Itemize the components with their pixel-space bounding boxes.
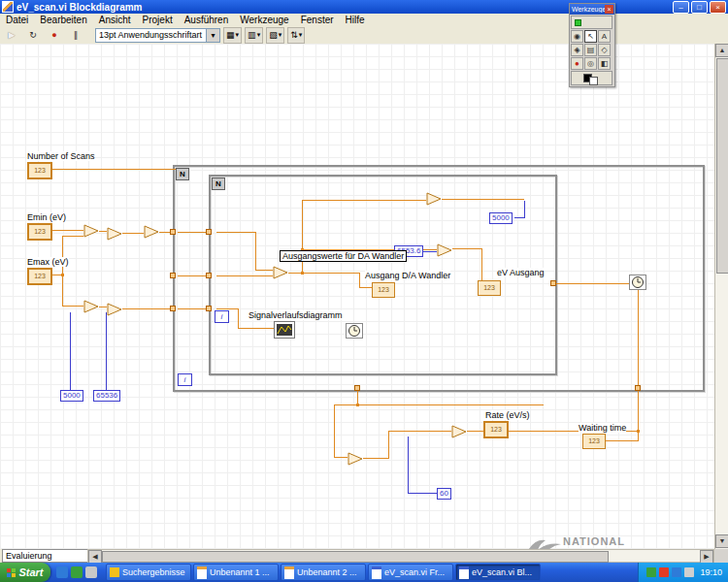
object-menu-tool-icon[interactable]: ▤ bbox=[584, 44, 597, 56]
horizontal-scroll-thumb[interactable] bbox=[102, 551, 609, 563]
numeric-constant[interactable]: 5000 bbox=[60, 390, 83, 402]
wire[interactable] bbox=[70, 312, 71, 390]
inner-loop-count-terminal[interactable]: N bbox=[212, 178, 225, 190]
taskbar-item-unbenannt-1[interactable]: Unbenannt 1 ... bbox=[193, 564, 279, 581]
outer-loop-count-terminal[interactable]: N bbox=[176, 168, 189, 180]
wire[interactable] bbox=[302, 200, 303, 274]
reorder-button[interactable]: ⇅▾ bbox=[287, 27, 305, 44]
wire[interactable] bbox=[99, 307, 107, 307]
wire[interactable] bbox=[363, 458, 388, 459]
waveform-chart-terminal[interactable] bbox=[274, 321, 295, 342]
divide-function[interactable] bbox=[107, 227, 122, 241]
color-copy-tool-icon[interactable]: ◧ bbox=[598, 57, 611, 70]
subtract-function[interactable] bbox=[83, 224, 99, 238]
wire[interactable] bbox=[255, 232, 256, 270]
divide-function[interactable] bbox=[437, 243, 452, 257]
tray-icon[interactable] bbox=[659, 567, 669, 577]
label-waiting-time[interactable]: Waiting time bbox=[579, 423, 626, 433]
wire[interactable] bbox=[467, 431, 483, 432]
vertical-scroll-thumb[interactable] bbox=[716, 58, 728, 274]
scroll-down-icon[interactable]: ▼ bbox=[715, 534, 728, 548]
label-emin[interactable]: Emin (eV) bbox=[27, 212, 66, 222]
label-ev-ausgang[interactable]: eV Ausgang bbox=[497, 268, 545, 277]
wire[interactable] bbox=[255, 270, 273, 271]
increment-function[interactable] bbox=[426, 192, 442, 206]
close-icon[interactable]: × bbox=[605, 5, 613, 14]
wait-ms-clock-icon[interactable] bbox=[346, 323, 363, 342]
wire[interactable] bbox=[555, 283, 637, 284]
wire[interactable] bbox=[302, 200, 426, 201]
horizontal-scrollbar[interactable]: ◀ ▶ bbox=[87, 549, 714, 563]
menu-ansicht[interactable]: Ansicht bbox=[93, 15, 137, 25]
breakpoint-tool-icon[interactable]: ● bbox=[571, 57, 583, 70]
wire[interactable] bbox=[302, 273, 359, 274]
menu-projekt[interactable]: Projekt bbox=[137, 15, 179, 25]
scroll-tool-icon[interactable]: ◇ bbox=[598, 44, 611, 56]
wire[interactable] bbox=[334, 404, 544, 405]
wire[interactable] bbox=[106, 312, 107, 390]
wire[interactable] bbox=[99, 231, 107, 232]
loop-tunnel[interactable] bbox=[354, 385, 360, 391]
numeric-control-rate[interactable]: 123 bbox=[483, 421, 509, 438]
loop-tunnel[interactable] bbox=[206, 273, 212, 278]
outer-loop-iteration-terminal[interactable]: i bbox=[178, 373, 192, 386]
resize-objects-button[interactable]: ▧▾ bbox=[266, 27, 284, 44]
tray-icon[interactable] bbox=[646, 567, 656, 577]
menu-bearbeiten[interactable]: Bearbeiten bbox=[34, 15, 92, 25]
wire[interactable] bbox=[408, 493, 437, 494]
loop-tunnel[interactable] bbox=[170, 306, 176, 311]
tools-palette-titlebar[interactable]: Werkzeuge × bbox=[570, 4, 614, 15]
loop-tunnel[interactable] bbox=[206, 306, 212, 311]
wire[interactable] bbox=[408, 436, 409, 494]
wire[interactable] bbox=[50, 230, 83, 231]
label-ausgang-da[interactable]: Ausgang D/A Wandler bbox=[365, 271, 450, 280]
divide-function[interactable] bbox=[347, 452, 363, 466]
menu-werkzeuge[interactable]: Werkzeuge bbox=[234, 15, 294, 25]
pause-button[interactable]: ∥ bbox=[66, 27, 85, 44]
tray-icon[interactable] bbox=[672, 567, 681, 577]
start-button[interactable]: Start bbox=[0, 563, 50, 582]
quick-launch-app-icon[interactable] bbox=[85, 566, 97, 578]
multiply-function[interactable] bbox=[144, 225, 159, 239]
wire[interactable] bbox=[388, 431, 451, 432]
vertical-scrollbar[interactable]: ▲ ▼ bbox=[714, 44, 728, 549]
wire[interactable] bbox=[62, 236, 83, 237]
numeric-constant[interactable]: 5000 bbox=[489, 212, 513, 224]
scroll-left-icon[interactable]: ◀ bbox=[88, 550, 102, 564]
loop-tunnel[interactable] bbox=[550, 280, 556, 286]
connect-wire-tool-icon[interactable]: ◈ bbox=[571, 44, 583, 56]
color-tool-icon[interactable] bbox=[571, 71, 612, 85]
inner-loop-iteration-terminal[interactable]: i bbox=[215, 310, 229, 323]
taskbar-item-ev-scan-blockdiagramm[interactable]: eV_scan.vi Bl... bbox=[455, 564, 541, 581]
wire[interactable] bbox=[122, 233, 144, 234]
quick-launch-desktop-icon[interactable] bbox=[71, 566, 83, 578]
wire[interactable] bbox=[334, 457, 347, 458]
edit-text-tool-icon[interactable]: A bbox=[598, 30, 611, 43]
menu-datei[interactable]: Datei bbox=[0, 15, 34, 25]
wire[interactable] bbox=[359, 273, 360, 288]
chevron-down-icon[interactable]: ▾ bbox=[206, 29, 219, 42]
subtract-function[interactable] bbox=[83, 300, 99, 313]
wire[interactable] bbox=[49, 169, 176, 170]
wire[interactable] bbox=[423, 251, 437, 252]
wire[interactable] bbox=[62, 306, 83, 307]
numeric-constant[interactable]: 60 bbox=[437, 488, 451, 500]
wire[interactable] bbox=[524, 201, 525, 218]
loop-tunnel[interactable] bbox=[206, 229, 212, 235]
menu-hilfe[interactable]: Hilfe bbox=[340, 15, 371, 25]
wire[interactable] bbox=[481, 248, 482, 280]
multiply-function[interactable] bbox=[273, 266, 288, 279]
numeric-indicator-ev-ausgang[interactable]: 123 bbox=[478, 280, 501, 296]
block-diagram-canvas[interactable]: N N i i bbox=[0, 44, 714, 549]
taskbar-item-suchergebnisse[interactable]: Suchergebnisse bbox=[106, 564, 191, 581]
automatic-tool-selection-button[interactable] bbox=[571, 16, 612, 29]
tray-icon[interactable] bbox=[684, 567, 694, 577]
wire[interactable] bbox=[62, 236, 63, 307]
wire[interactable] bbox=[216, 232, 255, 233]
align-objects-button[interactable]: ▦▾ bbox=[223, 27, 242, 44]
wire[interactable] bbox=[359, 287, 372, 288]
label-rate[interactable]: Rate (eV/s) bbox=[485, 410, 530, 420]
wire[interactable] bbox=[122, 308, 176, 309]
position-tool-icon[interactable]: ↖ bbox=[584, 30, 597, 43]
maximize-button[interactable]: □ bbox=[691, 1, 708, 14]
